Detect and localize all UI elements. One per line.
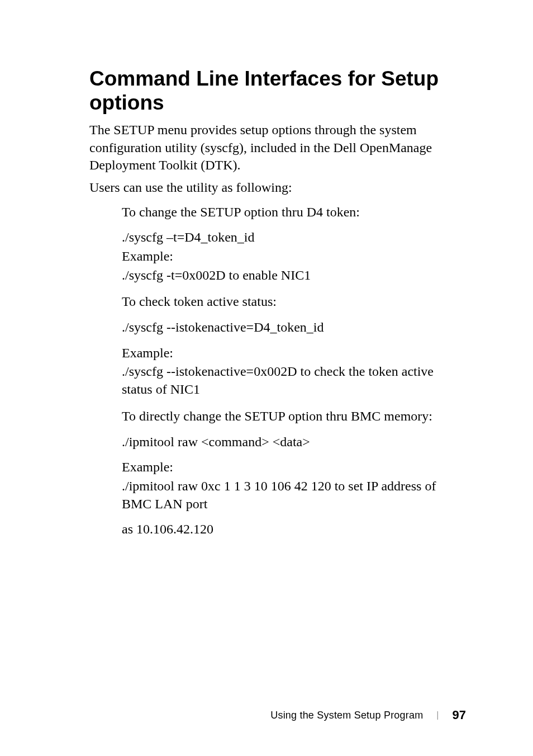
change-cmd-line-2: Example: — [122, 248, 466, 266]
direct-example-line-1: Example: — [122, 459, 466, 476]
direct-example-block: Example: ./ipmitool raw 0xc 1 1 3 10 106… — [122, 459, 466, 538]
footer-title: Using the System Setup Program — [270, 710, 423, 721]
intro-paragraph-2: Users can use the utility as following: — [89, 179, 466, 197]
check-example-line-1: Example: — [122, 344, 466, 362]
footer-page-number: 97 — [453, 708, 466, 722]
check-status-label: To check token active status: — [122, 293, 466, 311]
check-example-block: Example: ./syscfg --istokenactive=0x002D… — [122, 344, 466, 399]
footer-separator-icon: | — [436, 710, 439, 720]
page-container: Command Line Interfaces for Setup option… — [0, 0, 533, 756]
change-cmd-line-3: ./syscfg -t=0x002D to enable NIC1 — [122, 267, 466, 285]
intro-paragraph-1: The SETUP menu provides setup options th… — [89, 121, 466, 174]
direct-change-label: To directly change the SETUP option thru… — [122, 408, 466, 426]
direct-example-line-3: as 10.106.42.120 — [122, 521, 466, 538]
page-heading: Command Line Interfaces for Setup option… — [89, 67, 466, 115]
check-example-line-2: ./syscfg --istokenactive=0x002D to check… — [122, 363, 466, 398]
direct-example-line-2: ./ipmitool raw 0xc 1 1 3 10 106 42 120 t… — [122, 478, 466, 513]
change-cmd-line-1: ./syscfg –t=D4_token_id — [122, 229, 466, 247]
check-cmd: ./syscfg --istokenactive=D4_token_id — [122, 319, 466, 337]
change-option-block: ./syscfg –t=D4_token_id Example: ./syscf… — [122, 229, 466, 284]
indented-content: To change the SETUP option thru D4 token… — [122, 204, 466, 538]
page-footer: Using the System Setup Program | 97 — [270, 708, 466, 722]
direct-cmd: ./ipmitool raw <command> <data> — [122, 433, 466, 451]
change-option-label: To change the SETUP option thru D4 token… — [122, 204, 466, 221]
